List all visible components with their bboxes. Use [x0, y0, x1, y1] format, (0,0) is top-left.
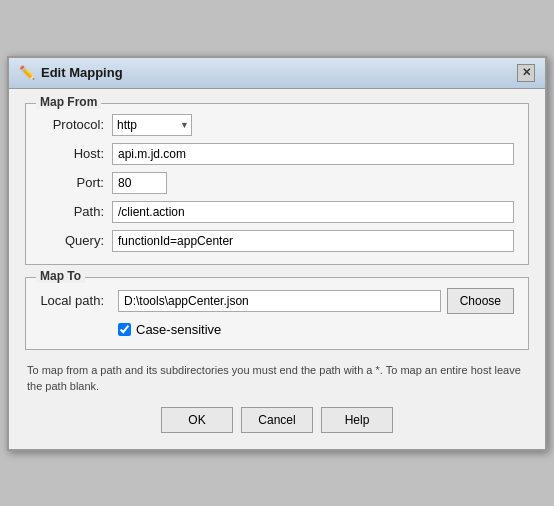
protocol-row: Protocol: http https: [40, 114, 514, 136]
map-from-label: Map From: [36, 95, 101, 109]
ok-button[interactable]: OK: [161, 407, 233, 433]
port-input[interactable]: [112, 172, 167, 194]
query-label: Query:: [40, 233, 112, 248]
port-label: Port:: [40, 175, 112, 190]
button-row: OK Cancel Help: [25, 407, 529, 437]
help-button[interactable]: Help: [321, 407, 393, 433]
protocol-label: Protocol:: [40, 117, 112, 132]
protocol-select[interactable]: http https: [112, 114, 192, 136]
dialog-icon: ✏️: [19, 65, 35, 81]
choose-button[interactable]: Choose: [447, 288, 514, 314]
path-label: Path:: [40, 204, 112, 219]
title-bar-left: ✏️ Edit Mapping: [19, 65, 123, 81]
map-to-label: Map To: [36, 269, 85, 283]
path-input[interactable]: [112, 201, 514, 223]
title-bar: ✏️ Edit Mapping ✕: [9, 58, 545, 89]
dialog-title: Edit Mapping: [41, 65, 123, 80]
map-to-group: Map To Local path: Choose Case-sensitive: [25, 277, 529, 350]
query-input[interactable]: [112, 230, 514, 252]
dialog-body: Map From Protocol: http https Host: Port…: [9, 89, 545, 449]
path-row: Path:: [40, 201, 514, 223]
query-row: Query:: [40, 230, 514, 252]
protocol-select-wrapper: http https: [112, 114, 194, 136]
close-button[interactable]: ✕: [517, 64, 535, 82]
host-input[interactable]: [112, 143, 514, 165]
host-label: Host:: [40, 146, 112, 161]
map-from-group: Map From Protocol: http https Host: Port…: [25, 103, 529, 265]
case-sensitive-label[interactable]: Case-sensitive: [136, 322, 221, 337]
hint-text: To map from a path and its subdirectorie…: [25, 362, 529, 395]
local-path-row: Local path: Choose: [40, 288, 514, 314]
case-sensitive-checkbox[interactable]: [118, 323, 131, 336]
case-sensitive-row: Case-sensitive: [118, 322, 514, 337]
host-row: Host:: [40, 143, 514, 165]
cancel-button[interactable]: Cancel: [241, 407, 313, 433]
port-row: Port:: [40, 172, 514, 194]
edit-mapping-dialog: ✏️ Edit Mapping ✕ Map From Protocol: htt…: [7, 56, 547, 451]
local-path-label: Local path:: [40, 293, 112, 308]
local-path-input[interactable]: [118, 290, 441, 312]
